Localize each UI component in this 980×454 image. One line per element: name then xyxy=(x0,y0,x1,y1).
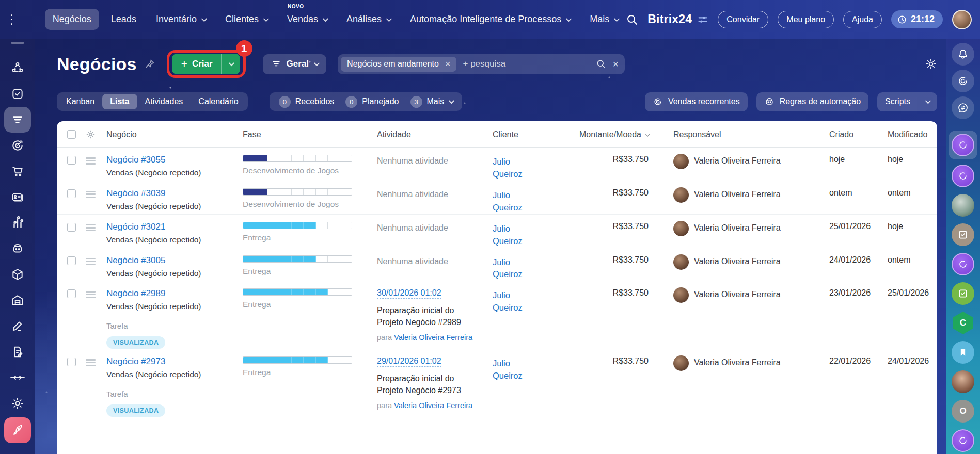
row-checkbox[interactable] xyxy=(67,289,76,298)
rocket-icon[interactable] xyxy=(4,417,31,443)
activity-date-link[interactable]: 29/01/2026 01:02 xyxy=(377,356,441,367)
nav-item-clientes[interactable]: Clientes xyxy=(217,9,275,30)
client-link[interactable]: Julio Queiroz xyxy=(493,222,542,248)
table-row[interactable]: Negócio #3005 Vendas (Negócio repetido) … xyxy=(57,248,937,282)
phase-progress-bar[interactable] xyxy=(243,188,352,196)
tab-kanban[interactable]: Kanban xyxy=(58,94,102,109)
activity-date-link[interactable]: 30/01/2026 01:02 xyxy=(377,288,441,299)
responsible-link[interactable]: Valeria Oliveira Ferreira xyxy=(694,222,781,233)
responsible-link[interactable]: Valeria Oliveira Ferreira xyxy=(694,288,781,299)
menu-icon[interactable] xyxy=(11,14,12,25)
deal-link[interactable]: Negócio #3039 xyxy=(106,188,165,199)
clear-filter-icon[interactable]: × xyxy=(612,58,619,70)
phase-progress-bar[interactable] xyxy=(243,288,352,296)
counter-planejado[interactable]: 0Planejado xyxy=(341,94,403,109)
activity-for-name-link[interactable]: Valeria Oliveira Ferreira xyxy=(394,333,472,342)
column-header-criado[interactable]: Criado xyxy=(805,121,864,147)
package-icon[interactable] xyxy=(4,262,31,287)
column-header-montante[interactable]: Montante/Moeda xyxy=(563,121,651,147)
row-menu-icon[interactable] xyxy=(86,359,96,366)
document-edit-icon[interactable] xyxy=(4,339,31,365)
deal-link[interactable]: Negócio #2973 xyxy=(106,356,165,367)
nav-item-automacao[interactable]: Automação Inteligente de Processos xyxy=(402,9,578,30)
row-checkbox[interactable] xyxy=(67,358,76,366)
page-settings-gear-icon[interactable] xyxy=(925,58,937,70)
nav-item-leads[interactable]: Leads xyxy=(103,9,144,30)
brand-logo[interactable]: Bitrix24 xyxy=(647,12,708,26)
robot-automation-icon[interactable] xyxy=(4,236,31,262)
filter-chip[interactable]: Negócios em andamento × xyxy=(341,57,456,72)
automation-rules-button[interactable]: Regras de automação xyxy=(756,92,868,111)
analytics-chart-icon[interactable] xyxy=(4,210,31,236)
row-checkbox[interactable] xyxy=(67,223,76,232)
client-link[interactable]: Julio Queiroz xyxy=(493,255,542,281)
scripts-button[interactable]: Scripts xyxy=(877,92,937,111)
row-checkbox[interactable] xyxy=(67,156,76,165)
column-settings-gear-icon[interactable] xyxy=(86,129,96,139)
row-checkbox[interactable] xyxy=(67,256,76,265)
phase-progress-bar[interactable] xyxy=(243,356,352,364)
warehouse-icon[interactable] xyxy=(4,287,31,313)
workspace-avatar[interactable] xyxy=(952,194,974,217)
contact-avatar[interactable] xyxy=(952,370,974,393)
collapse-divider-icon[interactable] xyxy=(4,365,31,391)
search-icon[interactable] xyxy=(626,13,638,26)
deal-link[interactable]: Negócio #3021 xyxy=(106,222,165,232)
select-all-checkbox[interactable] xyxy=(67,130,76,139)
column-header-cliente[interactable]: Cliente xyxy=(493,121,563,147)
notifications-bell-icon[interactable] xyxy=(952,43,974,66)
help-button[interactable]: Ajuda xyxy=(843,11,882,28)
table-row[interactable]: Negócio #2973 Vendas (Negócio repetido) … xyxy=(57,349,937,417)
tab-calendario[interactable]: Calendário xyxy=(191,94,246,109)
messenger-icon[interactable] xyxy=(952,96,974,119)
deal-link[interactable]: Negócio #3055 xyxy=(106,155,165,165)
checklist-app-icon[interactable] xyxy=(952,282,974,305)
table-row[interactable]: Negócio #3039 Vendas (Negócio repetido) … xyxy=(57,181,937,215)
column-header-modificado[interactable]: Modificado xyxy=(864,121,937,147)
share-network-icon[interactable] xyxy=(4,55,31,81)
row-menu-icon[interactable] xyxy=(86,157,96,165)
table-row[interactable]: Negócio #3055 Vendas (Negócio repetido) … xyxy=(57,148,937,181)
column-header-atividade[interactable]: Atividade xyxy=(377,121,493,147)
my-plan-button[interactable]: Meu plano xyxy=(778,11,834,28)
crm-funnel-icon-active[interactable] xyxy=(4,107,31,133)
tasks-app-icon[interactable] xyxy=(952,223,974,246)
shop-cart-icon[interactable] xyxy=(4,158,31,184)
sign-pen-icon[interactable] xyxy=(4,313,31,339)
row-menu-icon[interactable] xyxy=(86,291,96,298)
responsible-link[interactable]: Valeria Oliveira Ferreira xyxy=(694,188,781,199)
view-selector-button[interactable]: Geral xyxy=(263,54,326,74)
deal-link[interactable]: Negócio #3005 xyxy=(106,255,165,266)
phase-progress-bar[interactable] xyxy=(243,155,352,162)
row-menu-icon[interactable] xyxy=(86,191,96,198)
copilot-app-icon-3[interactable] xyxy=(952,429,974,452)
tab-lista[interactable]: Lista xyxy=(102,94,137,109)
invite-button[interactable]: Convidar xyxy=(718,11,768,28)
nav-item-inventario[interactable]: Inventário xyxy=(148,9,213,30)
o-app-icon[interactable]: O xyxy=(952,400,974,423)
client-link[interactable]: Julio Queiroz xyxy=(493,288,542,314)
responsible-link[interactable]: Valeria Oliveira Ferreira xyxy=(694,155,781,166)
clock-widget[interactable]: 21:12 xyxy=(891,10,943,28)
search-icon[interactable] xyxy=(596,59,606,69)
column-header-negocio[interactable]: Negócio xyxy=(106,121,243,147)
marketing-target-icon[interactable] xyxy=(4,133,31,158)
phase-progress-bar[interactable] xyxy=(243,255,352,263)
create-button[interactable]: +Criar xyxy=(172,54,240,74)
filter-search-bar[interactable]: Negócios em andamento × + pesquisa × xyxy=(338,54,625,74)
tab-atividades[interactable]: Atividades xyxy=(137,94,191,109)
table-row[interactable]: Negócio #3021 Vendas (Negócio repetido) … xyxy=(57,215,937,248)
user-avatar[interactable] xyxy=(952,10,972,29)
copilot-app-active[interactable] xyxy=(949,131,977,159)
nav-item-negocios[interactable]: Negócios xyxy=(45,9,99,30)
counter-mais[interactable]: 3Mais xyxy=(406,94,457,109)
nav-item-vendas[interactable]: NOVOVendas xyxy=(279,9,335,30)
counter-recebidos[interactable]: 0Recebidos xyxy=(275,94,339,109)
activity-for-name-link[interactable]: Valeria Oliveira Ferreira xyxy=(394,401,472,410)
contact-card-icon[interactable] xyxy=(4,184,31,210)
responsible-link[interactable]: Valeria Oliveira Ferreira xyxy=(694,356,781,367)
row-checkbox[interactable] xyxy=(67,189,76,198)
tasks-icon[interactable] xyxy=(4,81,31,107)
client-link[interactable]: Julio Queiroz xyxy=(493,356,542,382)
copilot-app-icon[interactable] xyxy=(952,165,974,187)
